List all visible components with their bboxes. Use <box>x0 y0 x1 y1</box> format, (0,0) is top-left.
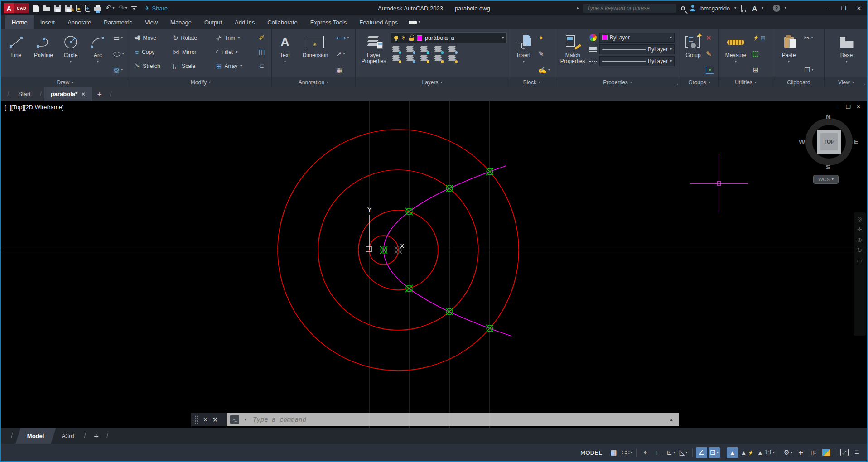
panel-title-properties[interactable]: Properties▾ ⌟ <box>555 77 680 87</box>
group-edit-button[interactable]: ✎ <box>706 49 714 59</box>
rectangle-button[interactable]: ▭▾ <box>113 33 124 43</box>
hardware-acceleration-button[interactable]: ✓ <box>820 447 832 458</box>
search-collapse-arrow[interactable]: ▸ <box>577 6 579 10</box>
annotation-monitor-button[interactable]: ＋ <box>795 447 806 458</box>
showmotion-icon[interactable]: ▭ <box>857 258 862 264</box>
isolate-objects-button[interactable]: ▯○ <box>808 447 819 458</box>
close-file-tab-icon[interactable]: ✕ <box>81 91 86 97</box>
edit-block-button[interactable]: ✎ <box>538 49 550 59</box>
viewcube-south[interactable]: S <box>826 163 830 171</box>
tab-home[interactable]: Home <box>5 15 34 29</box>
hatch-button[interactable]: ▨▾ <box>113 65 124 75</box>
tab-featured-apps[interactable]: Featured Apps <box>353 15 404 29</box>
object-color-dropdown[interactable]: ByLayer ▾ <box>599 33 675 43</box>
search-box[interactable] <box>583 4 676 13</box>
tab-manage[interactable]: Manage <box>164 15 198 29</box>
clean-screen-button[interactable]: ⤢ <box>839 447 850 458</box>
fillet-button[interactable]: ◜Fillet▾ <box>214 48 257 56</box>
layer-on-all-button[interactable] <box>391 55 401 62</box>
command-history-toggle-icon[interactable]: ▲ <box>669 417 675 422</box>
circle-dropdown[interactable]: ▾ <box>70 60 72 63</box>
panel-title-modify[interactable]: Modify▾ <box>130 77 271 87</box>
text-dropdown[interactable]: ▾ <box>284 60 286 63</box>
move-button[interactable]: ⬌⬍Move <box>133 34 171 42</box>
dimension-button[interactable]: ✳ Dimension <box>297 31 333 77</box>
make-current-button[interactable] <box>447 46 457 53</box>
linear-dropdown[interactable]: ▾ <box>347 36 349 39</box>
new-layout-button[interactable]: ＋ <box>90 428 103 444</box>
polar-tracking-toggle[interactable]: ⊾▾ <box>665 447 676 458</box>
layer-dropdown-caret[interactable]: ▾ <box>502 36 504 40</box>
help-dropdown[interactable]: ▾ <box>785 6 786 10</box>
customization-button[interactable]: ≡ <box>851 447 863 458</box>
model-space-label[interactable]: MODEL <box>580 449 602 456</box>
minimize-button[interactable]: – <box>823 5 834 12</box>
wcs-menu[interactable]: WCS▾ <box>813 175 839 184</box>
layer-color-swatch[interactable] <box>417 35 422 41</box>
autodesk-dropdown[interactable]: ▾ <box>762 6 763 10</box>
viewport-restore-icon[interactable]: ❒ <box>846 104 851 110</box>
layer-match-button[interactable] <box>447 55 457 62</box>
panel-title-annotation[interactable]: Annotation▾ <box>272 77 355 87</box>
panel-title-draw[interactable]: Draw▾ <box>1 77 130 87</box>
new-file-tab-button[interactable]: ＋ <box>92 87 107 101</box>
circle-button[interactable]: Circle ▾ <box>58 31 83 77</box>
viewcube-top-face[interactable]: TOP <box>817 130 841 154</box>
scale-button[interactable]: ◱Scale <box>171 62 214 70</box>
quick-calculator-button[interactable]: ⊞ <box>753 65 765 75</box>
insert-dropdown[interactable]: ▾ <box>523 60 525 63</box>
rotate-button[interactable]: ↻Rotate <box>171 34 214 42</box>
username[interactable]: bmcgarrido <box>700 5 730 12</box>
array-dropdown[interactable]: ▾ <box>240 64 242 68</box>
layout-tab-a3rd[interactable]: A3rd <box>55 428 80 444</box>
offset-button[interactable]: ⊂ <box>257 62 269 70</box>
command-prompt-icon[interactable]: >_ <box>230 415 239 424</box>
panel-title-groups[interactable]: Groups▾ <box>680 77 718 87</box>
layer-properties-button[interactable]: Layer Properties <box>358 31 389 77</box>
account-dropdown[interactable]: ▾ <box>734 6 736 10</box>
layer-fade-button[interactable] <box>419 55 429 62</box>
rectangle-dropdown[interactable]: ▾ <box>121 36 123 39</box>
ribbon-display-toggle[interactable]: ▾ <box>409 15 420 29</box>
leader-button[interactable]: ➚▾ <box>336 49 349 59</box>
hatch-dropdown[interactable]: ▾ <box>121 68 123 72</box>
undo-dropdown[interactable]: ▾ <box>112 6 114 10</box>
layer-unlock-icon[interactable] <box>409 35 414 41</box>
select-objects-button[interactable] <box>753 49 765 59</box>
attributes-dropdown[interactable]: ▾ <box>548 68 550 72</box>
dynamic-input-toggle[interactable]: ⌖ <box>640 447 651 458</box>
layer-thaw-all-button[interactable] <box>405 55 415 62</box>
table-button[interactable]: ▦ <box>336 65 349 75</box>
trim-dropdown[interactable]: ▾ <box>238 36 240 40</box>
snap-mode-toggle[interactable]: ∷∷▾ <box>621 447 633 458</box>
tab-parametric[interactable]: Parametric <box>97 15 139 29</box>
quick-select-button[interactable]: ⚡▤ <box>753 33 765 43</box>
drawing-canvas[interactable]: YX [−][Top][2D Wireframe] – ❒ ✕ N S W E … <box>1 101 867 428</box>
share-button[interactable]: ✈ Share <box>145 5 168 12</box>
search-icon[interactable] <box>681 6 685 10</box>
layer-freeze-button[interactable] <box>419 46 429 53</box>
save-button[interactable] <box>54 5 61 12</box>
new-drawing-button[interactable] <box>33 5 39 12</box>
layout-tab-model[interactable]: Model <box>16 428 56 444</box>
cut-dropdown[interactable]: ▾ <box>811 36 813 39</box>
leader-dropdown[interactable]: ▾ <box>343 52 345 56</box>
array-button[interactable]: ⊞Array▾ <box>214 62 257 70</box>
linear-dimension-button[interactable]: ⟷▾ <box>336 33 349 43</box>
layer-dropdown[interactable]: ☀ parábola_a ▾ <box>391 32 507 43</box>
copy-button[interactable]: ○○Copy <box>133 48 171 56</box>
pan-icon[interactable]: ✛ <box>857 226 862 232</box>
panel-title-clipboard[interactable]: Clipboard <box>773 77 824 87</box>
fillet-dropdown[interactable]: ▾ <box>236 50 237 54</box>
paste-button[interactable]: Paste ▾ <box>776 31 801 77</box>
create-block-button[interactable]: ✦ <box>538 33 550 43</box>
steering-wheel-icon[interactable]: ◎ <box>857 216 862 222</box>
viewcube-east[interactable]: E <box>854 138 858 145</box>
tab-collaborate[interactable]: Collaborate <box>261 15 304 29</box>
annotation-visibility-toggle[interactable]: ▲ <box>727 447 738 458</box>
tab-output[interactable]: Output <box>198 15 228 29</box>
file-tab-start[interactable]: Start <box>12 87 37 101</box>
stretch-button[interactable]: ⇲Stretch <box>133 62 171 70</box>
group-button[interactable]: ✦ Group <box>683 31 703 77</box>
text-button[interactable]: A Text ▾ <box>275 31 295 77</box>
